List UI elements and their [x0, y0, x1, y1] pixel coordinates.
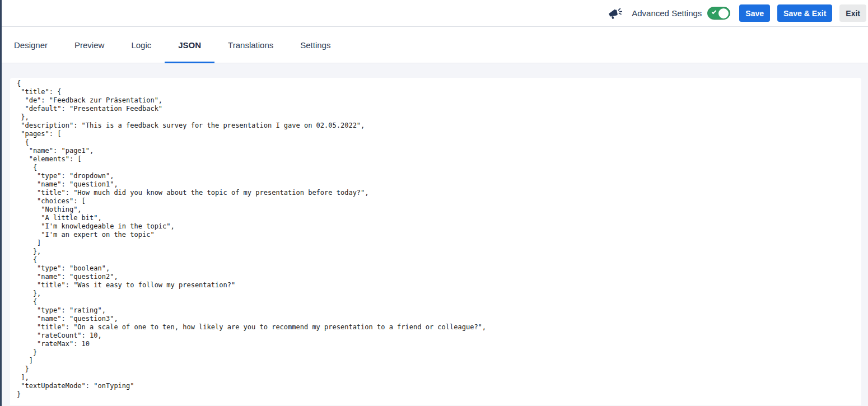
- megaphone-icon[interactable]: [608, 6, 623, 21]
- tab-translations[interactable]: Translations: [214, 27, 287, 63]
- advanced-settings-label: Advanced Settings: [632, 8, 702, 18]
- save-button[interactable]: Save: [739, 4, 770, 22]
- tab-bar: Designer Preview Logic JSON Translations…: [0, 27, 868, 63]
- tab-settings[interactable]: Settings: [287, 27, 344, 63]
- header-bar: Advanced Settings Save Save & Exit Exit: [0, 0, 868, 27]
- tab-preview[interactable]: Preview: [61, 27, 118, 63]
- toggle-knob: [718, 8, 729, 18]
- json-editor[interactable]: { "title": { "de": "Feedback zur Präsent…: [10, 78, 861, 405]
- check-icon: [712, 10, 716, 14]
- exit-button[interactable]: Exit: [839, 4, 866, 22]
- content-area: { "title": { "de": "Feedback zur Präsent…: [0, 63, 868, 405]
- advanced-settings-toggle[interactable]: [707, 7, 730, 20]
- tab-designer[interactable]: Designer: [1, 27, 61, 63]
- tab-logic[interactable]: Logic: [118, 27, 165, 63]
- json-editor-panel: { "title": { "de": "Feedback zur Präsent…: [10, 78, 861, 405]
- save-and-exit-button[interactable]: Save & Exit: [777, 4, 832, 22]
- collapsed-side-panel-edge: [0, 0, 2, 406]
- megaphone-icon-glyph: [608, 7, 623, 20]
- tab-json[interactable]: JSON: [165, 27, 214, 63]
